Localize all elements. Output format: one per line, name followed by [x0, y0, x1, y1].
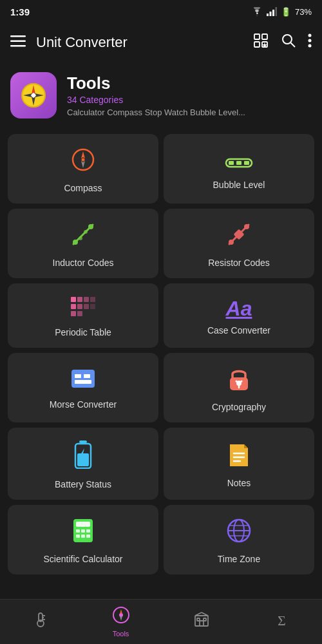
svg-marker-25: [81, 161, 85, 168]
status-time: 1:39: [10, 6, 30, 17]
bubble-level-label: Bubble Level: [213, 180, 265, 190]
battery-status-icon: [74, 440, 92, 473]
svg-rect-8: [262, 34, 267, 39]
nav-item-temperature[interactable]: [0, 611, 80, 633]
header-subtitle: 34 Categories: [67, 95, 245, 105]
sigma-icon: Σ: [278, 612, 286, 629]
svg-rect-61: [79, 440, 87, 443]
svg-marker-88: [120, 609, 122, 614]
svg-rect-72: [86, 529, 90, 533]
svg-rect-50: [71, 370, 95, 388]
grid-item-cryptography[interactable]: Cryptography: [164, 353, 314, 422]
grid-item-scientific-calculator[interactable]: Scientific Calculator: [8, 505, 158, 574]
case-converter-icon: Aa: [226, 298, 252, 319]
nav-label-tools: Tools: [113, 630, 129, 638]
grid-item-morse-converter[interactable]: Morse Converter: [8, 353, 158, 422]
svg-rect-28: [229, 161, 234, 165]
svg-rect-5: [10, 41, 26, 43]
svg-point-16: [308, 44, 312, 48]
search-icon[interactable]: [281, 33, 296, 52]
compass-label: Compass: [64, 183, 102, 193]
time-zone-icon: [226, 518, 252, 547]
compass-icon: [70, 147, 96, 176]
menu-icon[interactable]: [10, 34, 26, 51]
bottom-nav: Tools Σ: [0, 599, 322, 644]
grid-item-resistor-codes[interactable]: Resistor Codes: [164, 209, 314, 278]
svg-rect-69: [76, 522, 90, 527]
svg-rect-53: [75, 380, 91, 384]
svg-point-35: [84, 230, 88, 234]
svg-rect-4: [10, 35, 26, 37]
tools-header-icon: [10, 72, 57, 118]
grid-item-inductor-codes[interactable]: Inductor Codes: [8, 209, 158, 278]
scientific-calculator-icon: [71, 518, 95, 547]
morse-converter-label: Morse Converter: [50, 399, 117, 410]
svg-rect-93: [200, 621, 204, 626]
svg-rect-47: [90, 304, 95, 309]
svg-rect-0: [267, 14, 269, 16]
header-card: Tools 34 Categories Calculator Compass S…: [0, 62, 322, 129]
svg-rect-94: [197, 618, 200, 621]
svg-rect-46: [84, 304, 89, 309]
svg-rect-49: [77, 311, 82, 316]
battery-percent: 73%: [295, 7, 312, 17]
inductor-codes-icon: [70, 222, 96, 251]
svg-rect-7: [254, 34, 260, 39]
tools-grid: Compass Bubble Level Inductor Codes: [0, 129, 322, 580]
svg-point-15: [308, 39, 312, 43]
svg-point-38: [244, 224, 249, 229]
svg-rect-9: [254, 42, 260, 47]
svg-rect-48: [71, 311, 76, 316]
svg-rect-3: [275, 7, 277, 16]
svg-rect-44: [71, 304, 76, 309]
thermometer-icon: [32, 611, 49, 631]
battery-icon: 🔋: [281, 7, 291, 17]
grid-item-time-zone[interactable]: Time Zone: [164, 505, 314, 574]
header-description: Calculator Compass Stop Watch Bubble Lev…: [67, 108, 245, 117]
wifi-icon: [251, 7, 263, 16]
grid-star-icon[interactable]: [252, 32, 269, 53]
svg-rect-40: [71, 297, 76, 302]
nav-item-converter[interactable]: [161, 611, 242, 633]
svg-point-33: [88, 224, 93, 229]
svg-rect-71: [81, 529, 85, 533]
app-bar-actions: [252, 32, 312, 53]
svg-rect-42: [84, 297, 89, 302]
svg-line-13: [291, 43, 296, 48]
grid-item-case-converter[interactable]: Aa Case Converter: [164, 283, 314, 348]
grid-item-bubble-level[interactable]: Bubble Level: [164, 134, 314, 204]
svg-rect-70: [76, 529, 80, 533]
cryptography-icon: [227, 366, 251, 395]
svg-rect-73: [76, 535, 80, 538]
grid-item-periodic-table[interactable]: Periodic Table: [8, 283, 158, 348]
svg-rect-74: [81, 535, 85, 538]
svg-point-37: [229, 240, 234, 245]
svg-rect-41: [77, 297, 82, 302]
bubble-level-icon: [225, 150, 253, 173]
header-title: Tools: [67, 73, 245, 93]
notes-icon: [227, 442, 251, 471]
svg-point-87: [119, 613, 123, 617]
svg-rect-1: [269, 12, 271, 16]
app-bar-title: Unit Converter: [36, 34, 252, 51]
building-icon: [193, 611, 210, 631]
status-icons: 🔋 73%: [251, 7, 312, 17]
nav-item-sum[interactable]: Σ: [242, 612, 322, 631]
compass-nav-icon: [112, 606, 130, 628]
resistor-codes-icon: [226, 222, 252, 251]
scientific-calculator-label: Scientific Calculator: [44, 554, 123, 564]
nav-item-tools[interactable]: Tools: [80, 606, 161, 638]
grid-item-battery-status[interactable]: Battery Status: [8, 428, 158, 500]
svg-marker-89: [120, 616, 122, 621]
svg-rect-51: [75, 374, 81, 378]
more-vertical-icon[interactable]: [308, 33, 312, 52]
svg-rect-52: [84, 374, 90, 378]
svg-rect-6: [10, 45, 26, 47]
inductor-codes-label: Inductor Codes: [53, 258, 114, 268]
svg-rect-95: [204, 618, 206, 621]
grid-item-notes[interactable]: Notes: [164, 428, 314, 500]
svg-point-14: [308, 34, 312, 37]
svg-rect-30: [244, 161, 249, 165]
grid-item-compass[interactable]: Compass: [8, 134, 158, 204]
battery-status-label: Battery Status: [55, 479, 111, 489]
